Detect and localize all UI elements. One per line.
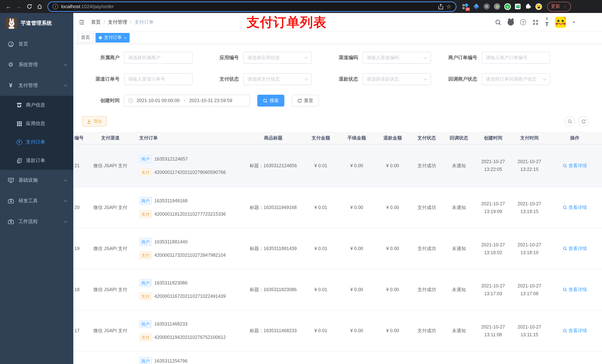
cell-pay-order: 商户 1635311823086 支付 42000011672021102710… [133,279,244,300]
command-extension-icon[interactable]: ⌘ [484,3,490,10]
sidebar-item-label: 系统管理 [19,62,38,68]
forward-icon[interactable]: → [14,2,24,11]
avatar[interactable] [555,17,566,28]
filter-refund-status: 退款状态 [321,73,440,85]
breadcrumb-pay[interactable]: 支付管理 [108,19,127,25]
app-id-select[interactable] [243,52,312,64]
sidebar-item-pay-order[interactable]: ¥ 支付订单 [0,133,73,151]
channel-order-no: 4200001194202110276752100612 [154,334,226,341]
sidebar-item-infra[interactable]: 基础设施 [0,170,73,190]
url-bar[interactable]: i localhost:1024/pay/order ☆ [47,1,456,12]
sidebar-item-label: 基础设施 [19,177,38,184]
cell-title: 标题：1635311949168 [244,204,303,211]
monitor-icon [7,177,14,183]
merchant-order-no-input[interactable] [482,52,550,64]
extension-badge-icon[interactable]: 10 [462,3,469,10]
sidebar-item-label: 支付管理 [19,82,38,89]
tab-pay-order[interactable]: 支付订单 × [96,33,130,42]
notify-status-select[interactable] [482,73,550,85]
sidebar-item-workflow[interactable]: 工作流程 [0,211,73,232]
kite-extension-icon[interactable] [473,3,479,10]
info-icon[interactable]: i [53,4,58,9]
yen-icon: ¥ [7,82,14,89]
date-range-input[interactable]: 2021-10-01 00:00:00 - 2021-10-31 23:59:5… [124,95,250,106]
view-detail-link[interactable]: 查看详情 [563,204,587,211]
view-detail-link[interactable]: 查看详情 [563,245,587,252]
cell-id: 18 [73,286,88,293]
y-extension-icon[interactable]: y [504,3,511,10]
font-size-icon[interactable]: TT [545,17,549,28]
channel-order-no-input[interactable] [124,73,193,85]
col-title: 商品标题 [244,135,303,141]
cell-actions: 查看详情 [548,162,602,169]
chrome-update-button[interactable]: 更新 ⋮ [547,2,571,11]
pay-tag: 支付 [139,292,152,300]
cell-created-time: 2021-10-2713:22:05 [475,158,511,173]
extension-badge-count: 10 [465,7,470,11]
cell-notify: 未通知 [443,286,475,293]
content-area: 所属商户 应用编号 渠道编码 商户订单编号 [73,44,602,364]
kebab-menu-icon[interactable]: ⋮ [563,4,567,9]
chevron-down-icon [64,178,67,181]
search-icon[interactable] [495,19,502,25]
chat-extension-icon[interactable] [515,4,521,9]
recorder-extension-icon[interactable] [494,3,500,10]
merchant-input[interactable] [124,52,193,64]
sidebar-item-pay[interactable]: ¥ 支付管理 [0,75,73,96]
cell-created-time: 2021-10-2713:18:02 [475,241,511,256]
search-button[interactable]: 搜索 [257,95,284,106]
puzzle-extensions-icon[interactable] [525,3,531,10]
share-icon[interactable] [438,3,443,10]
cell-fee: ¥ 0.00 [339,327,375,334]
sidebar-item-app-info[interactable]: 应用信息 [0,114,73,133]
home-icon[interactable] [35,2,44,11]
sidebar-item-home[interactable]: 首页 [0,34,73,54]
sidebar-item-devtools[interactable]: 研发工具 [0,190,73,211]
reload-icon[interactable] [24,2,34,11]
hide-search-button[interactable] [565,116,575,126]
fullscreen-icon[interactable] [533,19,539,25]
col-refund: 退款金额 [375,135,411,141]
merchant-order-no: 1635311949168 [154,198,188,204]
tags-view-bar: 首页 支付订单 × [73,31,602,44]
tab-close-icon[interactable]: × [124,35,127,40]
bookmark-star-icon[interactable]: ☆ [446,3,451,10]
view-detail-link[interactable]: 查看详情 [563,286,587,293]
help-icon[interactable]: ? [520,19,526,25]
filter-channel-code: 渠道编码 [321,52,440,64]
cell-channel: 微信 JSAPI 支付 [88,162,133,169]
cell-refund: ¥ 0.00 [375,204,411,211]
breadcrumb-home[interactable]: 首页 [91,19,101,25]
cell-channel: 微信 JSAPI 支付 [88,327,133,334]
export-button[interactable]: 导出 [82,116,107,126]
gear-icon: ⚙ [7,62,14,68]
filter-merchant: 所属商户 [82,52,201,64]
refresh-table-button[interactable] [578,116,589,126]
sidebar-item-merchant-info[interactable]: 商户信息 [0,96,73,114]
sidebar-item-refund-order[interactable]: 退款订单 [0,151,73,170]
col-amount: 支付金额 [303,135,339,141]
view-detail-link[interactable]: 查看详情 [563,327,587,334]
filter-merchant-order-no: 商户订单编号 [440,52,559,64]
profile-emoji-icon[interactable] [535,3,542,10]
view-detail-link[interactable]: 查看详情 [563,162,587,169]
cell-pay-order: 商户 1635311949168 支付 42000011812021102777… [133,197,244,218]
cell-refund: ¥ 0.00 [375,327,411,334]
sidebar-item-label: 应用信息 [26,120,45,127]
top-navbar: 首页 / 支付管理 / 支付订单 支付订单列表 ? TT [73,13,602,31]
refund-status-select[interactable] [363,73,431,85]
pay-status-select[interactable] [243,73,312,85]
merchant-order-no: 1635312124657 [154,156,188,162]
cell-id: 21 [73,162,88,169]
back-icon[interactable]: ← [4,2,13,11]
reset-button[interactable]: 重置 [292,95,319,106]
channel-code-select[interactable] [363,52,431,64]
collapse-sidebar-icon[interactable] [78,19,85,25]
cell-channel: 微信 JSAPI 支付 [88,204,133,211]
tab-home[interactable]: 首页 [78,33,93,42]
avatar-caret-icon[interactable]: ▼ [572,21,575,24]
search-icon [563,163,567,168]
github-icon[interactable] [508,19,514,25]
sidebar-item-system[interactable]: ⚙ 系统管理 [0,54,73,75]
pay-tag: 支付 [139,168,152,176]
